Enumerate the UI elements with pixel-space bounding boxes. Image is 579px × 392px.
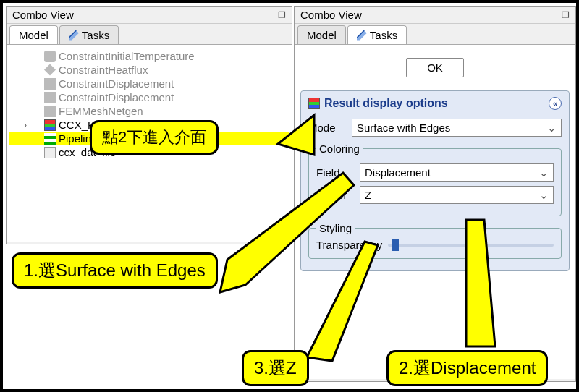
dock-icon[interactable]: ❐ <box>278 10 286 20</box>
transparency-row: Transparency <box>316 239 554 251</box>
constraint-icon <box>44 78 56 90</box>
panel-title-text: Combo View <box>12 9 74 21</box>
dock-icon[interactable]: ❐ <box>562 10 570 20</box>
vector-select[interactable]: Z <box>360 186 554 204</box>
ok-wrap: OK <box>300 58 570 77</box>
tab-strip-right: Model Tasks <box>295 24 575 45</box>
transparency-label: Transparency <box>316 239 382 251</box>
tab-strip-left: Model Tasks <box>7 24 292 45</box>
tasks-body: OK Result display options « Mode Surface… <box>295 45 575 379</box>
pencil-icon <box>357 30 367 41</box>
constraint-icon <box>44 92 56 103</box>
field-select[interactable]: Displacement <box>360 163 554 182</box>
ok-button[interactable]: OK <box>406 58 464 77</box>
tree-item-heatflux[interactable]: ConstraintHeatflux <box>9 63 289 77</box>
panel-title-right: Combo View ❐ <box>295 7 575 24</box>
tree-label: ConstraintHeatflux <box>59 64 148 76</box>
field-label: Field <box>316 166 360 179</box>
chevron-right-icon[interactable]: › <box>24 120 27 130</box>
tab-tasks[interactable]: Tasks <box>347 25 407 44</box>
tab-model-label: Model <box>19 29 48 41</box>
mode-select[interactable]: Surface with Edges <box>352 119 562 137</box>
panel-title-left: Combo View ❐ <box>7 7 292 24</box>
tab-model[interactable]: Model <box>297 25 346 44</box>
constraint-icon <box>44 64 56 76</box>
tree-item-disp2[interactable]: ConstraintDisplacement <box>9 90 289 104</box>
mode-row: Mode Surface with Edges <box>308 119 562 137</box>
coloring-group: Coloring Field Displacement Vector Z <box>308 142 562 216</box>
tree-item-mesh[interactable]: FEMMeshNetgen <box>9 104 289 118</box>
pencil-icon <box>69 30 79 41</box>
combo-view-right: Combo View ❐ Model Tasks OK Result displ… <box>294 6 576 382</box>
tree-item-temp[interactable]: ConstraintInitialTemperature <box>9 49 289 63</box>
tree-label: FEMMeshNetgen <box>59 105 143 117</box>
tab-tasks-label: Tasks <box>370 29 397 41</box>
tab-model[interactable]: Model <box>9 25 58 44</box>
styling-group: Styling Transparency <box>308 222 562 259</box>
callout-step1: 1.選Surface with Edges <box>12 252 218 289</box>
vector-row: Vector Z <box>316 186 554 204</box>
callout-dblclick: 點2下進入介面 <box>90 120 219 155</box>
tab-tasks[interactable]: Tasks <box>59 25 119 44</box>
field-row: Field Displacement <box>316 163 554 182</box>
mesh-icon <box>44 106 56 117</box>
file-icon <box>44 147 56 158</box>
tree-label: ConstraintInitialTemperature <box>59 50 195 62</box>
tab-model-label: Model <box>307 29 337 41</box>
panel-title-text: Combo View <box>300 9 362 21</box>
constraint-icon <box>44 51 56 62</box>
tree-label: ConstraintDisplacement <box>59 77 174 90</box>
coloring-legend: Coloring <box>316 142 363 155</box>
tab-tasks-label: Tasks <box>82 29 109 41</box>
tree-item-disp1[interactable]: ConstraintDisplacement <box>9 77 289 90</box>
transparency-slider[interactable] <box>388 244 554 247</box>
task-panel-title: Result display options <box>324 97 448 110</box>
slider-thumb[interactable] <box>392 239 399 251</box>
task-panel-header[interactable]: Result display options « <box>308 97 562 114</box>
results-icon <box>44 119 56 131</box>
callout-step3: 3.選Z <box>242 350 309 386</box>
results-icon <box>308 98 320 109</box>
tree-label: ConstraintDisplacement <box>59 91 174 103</box>
vector-label: Vector <box>316 189 360 201</box>
callout-step2: 2.選Displacement <box>386 350 548 386</box>
collapse-icon[interactable]: « <box>549 97 562 110</box>
pipeline-icon <box>44 133 56 145</box>
mode-label: Mode <box>308 122 352 134</box>
styling-legend: Styling <box>316 222 355 234</box>
result-display-panel: Result display options « Mode Surface wi… <box>300 90 570 271</box>
